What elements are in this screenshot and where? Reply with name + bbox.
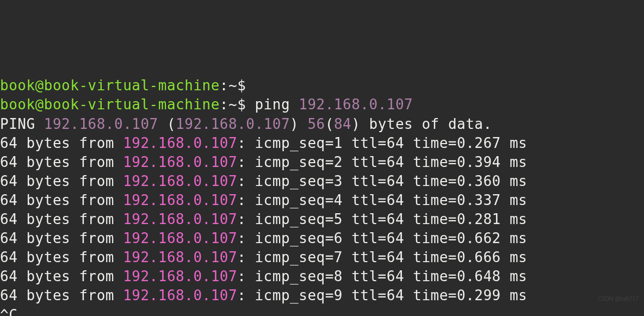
reply-tail: icmp_seq=1 ttl=64 time=0.267 ms [255, 135, 527, 151]
ping-header-label: PING [0, 116, 44, 132]
reply-ip: 192.168.0.107 [123, 268, 237, 284]
prompt-path: :~ [220, 77, 237, 94]
reply-prefix: 64 bytes from [0, 154, 123, 170]
reply-prefix: 64 bytes from [0, 268, 123, 284]
paren-open: ( [158, 116, 176, 132]
reply-sep: : [237, 230, 255, 246]
reply-tail: icmp_seq=6 ttl=64 time=0.662 ms [255, 230, 527, 246]
reply-prefix: 64 bytes from [0, 211, 123, 227]
ping-size2: 84 [334, 116, 351, 132]
reply-tail: icmp_seq=8 ttl=64 time=0.648 ms [255, 268, 527, 284]
reply-prefix: 64 bytes from [0, 230, 123, 246]
prompt-symbol: $ [237, 77, 246, 94]
reply-prefix: 64 bytes from [0, 192, 123, 208]
ping-target-ip: 192.168.0.107 [299, 96, 413, 113]
reply-tail: icmp_seq=2 ttl=64 time=0.394 ms [255, 154, 527, 170]
prompt-symbol: $ [237, 96, 246, 113]
reply-ip: 192.168.0.107 [123, 249, 237, 265]
reply-ip: 192.168.0.107 [123, 211, 237, 227]
ping-size: 56 [307, 116, 325, 132]
reply-prefix: 64 bytes from [0, 287, 123, 303]
reply-sep: : [237, 211, 255, 227]
reply-tail: icmp_seq=5 ttl=64 time=0.281 ms [255, 211, 527, 227]
reply-sep: : [237, 268, 255, 284]
ping-header-ip: 192.168.0.107 [44, 116, 158, 132]
reply-ip: 192.168.0.107 [123, 230, 237, 246]
paren-size-open: ( [325, 116, 334, 132]
reply-sep: : [237, 287, 255, 303]
reply-tail: icmp_seq=7 ttl=64 time=0.666 ms [255, 249, 527, 265]
prompt-path: :~ [220, 96, 237, 113]
reply-prefix: 64 bytes from [0, 249, 123, 265]
reply-sep: : [237, 154, 255, 170]
reply-sep: : [237, 192, 255, 208]
reply-sep: : [237, 249, 255, 265]
reply-tail: icmp_seq=3 ttl=64 time=0.360 ms [255, 173, 527, 189]
reply-ip: 192.168.0.107 [123, 135, 237, 151]
watermark-text: CSDN @hdh717 [598, 295, 639, 303]
reply-prefix: 64 bytes from [0, 173, 123, 189]
prompt-user-host: book@book-virtual-machine [0, 77, 220, 94]
ping-command: ping [255, 96, 299, 113]
reply-tail: icmp_seq=4 ttl=64 time=0.337 ms [255, 192, 527, 208]
reply-prefix: 64 bytes from [0, 135, 123, 151]
interrupt-signal: ^C [0, 307, 17, 317]
reply-sep: : [237, 173, 255, 189]
terminal-output[interactable]: book@book-virtual-machine:~$ book@book-v… [0, 76, 644, 316]
reply-ip: 192.168.0.107 [123, 192, 237, 208]
reply-ip: 192.168.0.107 [123, 287, 237, 303]
reply-sep: : [237, 135, 255, 151]
paren-close: ) [290, 116, 307, 132]
ping-header-paren-ip: 192.168.0.107 [176, 116, 290, 132]
ping-header-suffix: bytes of data. [360, 116, 492, 132]
reply-ip: 192.168.0.107 [123, 154, 237, 170]
paren-size-close: ) [351, 116, 360, 132]
reply-tail: icmp_seq=9 ttl=64 time=0.299 ms [255, 287, 527, 303]
reply-ip: 192.168.0.107 [123, 173, 237, 189]
prompt-user-host: book@book-virtual-machine [0, 96, 220, 113]
